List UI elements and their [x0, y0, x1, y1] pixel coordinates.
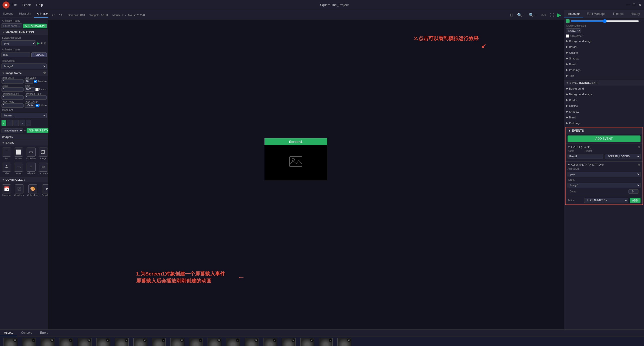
widget-colorwheel[interactable]: 🎨 Colorwheel — [26, 183, 40, 197]
asset-close-9[interactable]: ✕ — [180, 338, 184, 342]
anim-play-btn[interactable]: ▶ — [37, 41, 40, 45]
action1-delay-input[interactable] — [628, 189, 638, 194]
paddings-section[interactable]: ▶ Paddings — [564, 67, 644, 73]
asset-item-4[interactable]: ✕ frames_00004.png — [76, 338, 93, 346]
asset-close-5[interactable]: ✕ — [106, 338, 110, 342]
color-slider[interactable] — [571, 20, 639, 22]
sb-bgimg-section[interactable]: ▶ Background image — [564, 91, 644, 97]
asset-close-16[interactable]: ✕ — [310, 338, 314, 342]
menu-file[interactable]: File — [12, 3, 17, 7]
blend-section[interactable]: ▶ Blend — [564, 61, 644, 67]
tab-console[interactable]: Console — [17, 330, 36, 336]
tab-themes[interactable]: Themes — [609, 10, 627, 18]
widget-checkbox[interactable]: ☑ Checkbox — [13, 183, 25, 197]
event1-trigger-select[interactable]: SCREEN_LOADED — [605, 154, 641, 159]
asset-item-1[interactable]: ✕ frames_00001.png — [20, 338, 38, 346]
asset-close-1[interactable]: ✕ — [32, 338, 35, 342]
asset-item-5[interactable]: ✕ frames_00005.png — [94, 338, 112, 346]
zoom-out-btn[interactable]: 🔍− — [516, 12, 525, 18]
asset-item-12[interactable]: ✕ frames_00012.png — [224, 338, 242, 346]
asset-close-3[interactable]: ✕ — [69, 338, 72, 342]
add-property-btn[interactable]: ADD PROPERTY — [27, 128, 50, 133]
instant-checkbox[interactable] — [35, 88, 39, 91]
imgframe-delete[interactable]: 🗑 — [43, 71, 46, 75]
sb-outline-section[interactable]: ▶ Outline — [564, 103, 644, 109]
asset-item-10[interactable]: ✕ frames_000010.png — [187, 338, 205, 346]
asset-item-17[interactable]: ✕ frames_00017.png — [317, 338, 334, 346]
tab-inspector[interactable]: Inspector — [564, 10, 583, 18]
asset-close-8[interactable]: ✕ — [162, 338, 165, 342]
asset-item-15[interactable]: ✕ frames_00015.png — [280, 338, 297, 346]
asset-item-0[interactable]: ✕ frames_00000.png — [2, 338, 19, 346]
ease-custom-btn[interactable]: ~ — [26, 120, 31, 126]
bg-image-section[interactable]: ▶ Background image — [564, 38, 644, 44]
asset-close-2[interactable]: ✕ — [50, 338, 54, 342]
add-animation-btn[interactable]: ADD ANIMATION — [23, 24, 47, 28]
widget-arc[interactable]: ⌒ Arc — [1, 147, 12, 161]
relative-checkbox[interactable] — [34, 80, 37, 83]
ease-inout-btn[interactable]: ∿ — [20, 120, 25, 126]
anim-name-input[interactable] — [2, 23, 22, 28]
asset-close-11[interactable]: ✕ — [217, 338, 221, 342]
tab-history[interactable]: History — [627, 10, 643, 18]
infinite-checkbox[interactable] — [36, 104, 39, 107]
asset-close-6[interactable]: ✕ — [125, 338, 128, 342]
tab-errors[interactable]: Errors — [36, 330, 52, 336]
asset-item-6[interactable]: ✕ frames_00006.png — [113, 338, 130, 346]
action1-target-select[interactable]: Image1 — [568, 183, 640, 188]
asset-item-16[interactable]: ✕ frames_00016.png — [298, 338, 316, 346]
shadow-section[interactable]: ▶ Shadow — [564, 55, 644, 61]
rename-btn[interactable]: RENAME — [31, 52, 47, 57]
asset-item-11[interactable]: ✕ frames_00011.png — [206, 338, 223, 346]
anim-rename-input[interactable] — [2, 52, 30, 57]
ease-out-btn[interactable]: ⌣ — [14, 120, 19, 126]
asset-close-14[interactable]: ✕ — [273, 338, 277, 342]
maximize-btn[interactable]: □ — [633, 3, 635, 7]
widget-image[interactable]: 🖼 Image — [38, 147, 49, 161]
sb-border-section[interactable]: ▶ Border — [564, 97, 644, 103]
sb-paddings-section[interactable]: ▶ Paddings — [564, 120, 644, 126]
redo-btn[interactable]: ↪ — [58, 12, 63, 18]
time-input[interactable] — [25, 87, 35, 92]
ease-in-btn[interactable]: ⌒ — [7, 120, 13, 126]
widget-label[interactable]: A Label — [1, 162, 12, 176]
asset-item-2[interactable]: ✕ frames_00002.png — [39, 338, 56, 346]
image-set-select[interactable]: frames_ — [2, 113, 47, 118]
asset-close-17[interactable]: ✕ — [329, 338, 332, 342]
ease-linear-btn[interactable]: ╱ — [2, 120, 6, 126]
tab-assets[interactable]: Assets — [0, 330, 17, 336]
widget-panel[interactable]: ▭ Panel — [13, 162, 24, 176]
menu-export[interactable]: Export — [22, 3, 31, 7]
fullscreen-btn[interactable]: ⛶ — [549, 12, 555, 18]
text-section[interactable]: ▶ Text — [564, 73, 644, 79]
asset-item-18[interactable]: ✕ frames_00018.png — [335, 338, 353, 346]
menu-help[interactable]: Help — [36, 3, 43, 7]
anim-stop-btn[interactable]: ■ — [41, 41, 43, 45]
asset-close-10[interactable]: ✕ — [199, 338, 202, 342]
add-event-btn[interactable]: ADD EVENT — [568, 135, 640, 142]
asset-close-18[interactable]: ✕ — [347, 338, 351, 342]
test-object-select[interactable]: Image1 — [2, 63, 47, 69]
delay-input[interactable] — [2, 87, 24, 92]
asset-item-9[interactable]: ✕ frames_00009.png — [168, 338, 186, 346]
pb-time-input[interactable] — [25, 95, 47, 100]
tab-screens[interactable]: Screens — [0, 10, 16, 18]
asset-close-13[interactable]: ✕ — [254, 338, 258, 342]
screen1-widget[interactable]: Screen1 — [264, 138, 327, 180]
add-action-btn[interactable]: ADD — [630, 198, 640, 203]
action1-anim-select[interactable]: play — [568, 172, 640, 177]
widget-textarea[interactable]: ✏ Textarea — [38, 162, 49, 176]
asset-close-0[interactable]: ✕ — [13, 338, 17, 342]
undo-btn[interactable]: ↩ — [51, 12, 56, 18]
tab-font-manager[interactable]: Font Manager — [583, 10, 609, 18]
sb-blend-section[interactable]: ▶ Blend — [564, 114, 644, 120]
loop-delay-input[interactable] — [2, 103, 24, 108]
asset-item-7[interactable]: ✕ frames_00007.png — [131, 338, 149, 346]
widget-button[interactable]: ⬜ Button — [13, 147, 24, 161]
asset-item-8[interactable]: ✕ frames_00008.png — [150, 338, 167, 346]
border-section[interactable]: ▶ Border — [564, 44, 644, 50]
asset-item-13[interactable]: ✕ frames_00013.png — [243, 338, 260, 346]
asset-item-3[interactable]: ✕ frames_00003.png — [57, 338, 75, 346]
imgframe-type-select[interactable]: Image frame — [2, 128, 23, 133]
color-swatch[interactable] — [566, 19, 570, 23]
